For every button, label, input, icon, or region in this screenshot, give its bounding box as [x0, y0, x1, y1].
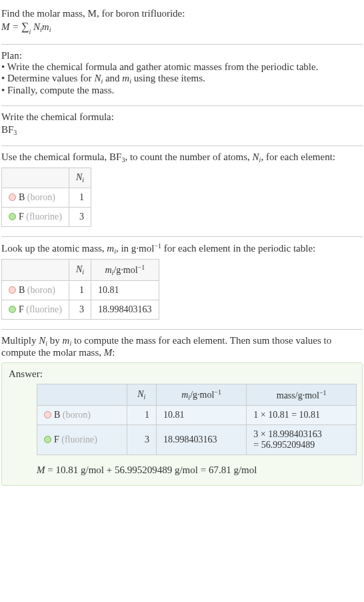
mass-cell: 1 × 10.81 = 10.81	[247, 406, 357, 425]
multiply-text: Multiply Ni by mi to compute the mass fo…	[1, 335, 363, 358]
header-mi: mi/g·mol−1	[91, 260, 159, 281]
elem-cell-boron: B (boron)	[2, 281, 69, 300]
ni-cell: 1	[69, 188, 91, 208]
ca-text-c: , for each element:	[261, 152, 335, 162]
table-row: F (fluorine) 3	[2, 208, 91, 227]
var-mi: mi	[122, 73, 131, 83]
final-M: M	[37, 465, 45, 475]
am-text-sup: −1	[154, 242, 161, 250]
chem-formula-section: Write the chemical formula: BF3	[1, 106, 363, 146]
header-blank	[37, 384, 127, 406]
fluorine-dot-icon	[9, 213, 16, 220]
boron-dot-icon	[9, 286, 16, 294]
final-result: M = 10.81 g/mol + 56.995209489 g/mol = 6…	[37, 465, 355, 476]
count-atoms-table: Ni B (boron) 1 F (fluorine) 3	[1, 168, 91, 227]
mul-b: by	[47, 335, 63, 346]
mass-cell: 3 × 18.998403163 = 56.995209489	[247, 425, 357, 455]
elem-letter: F	[19, 212, 24, 222]
plan-b2-b: and	[103, 73, 122, 83]
elem-name: (fluorine)	[24, 212, 62, 222]
elem-name: (boron)	[25, 285, 55, 295]
count-atoms-text: Use the chemical formula, BF3, to count …	[1, 152, 363, 164]
am-text-a: Look up the atomic mass,	[1, 243, 107, 254]
elem-letter: B	[19, 285, 25, 295]
chem-formula-heading: Write the chemical formula:	[1, 111, 363, 123]
elem-name: (boron)	[25, 192, 55, 202]
mi-cell: 10.81	[156, 406, 246, 425]
sigma-index: i	[29, 24, 31, 35]
count-atoms-section: Use the chemical formula, BF3, to count …	[1, 146, 363, 237]
plan-bullet-2: • Determine values for Ni and mi using t…	[1, 73, 363, 85]
header-mi: mi/g·mol−1	[156, 384, 246, 406]
answer-section: Multiply Ni by mi to compute the mass fo…	[1, 330, 363, 495]
boron-dot-icon	[44, 411, 51, 418]
var-mi-3: mi	[63, 335, 72, 346]
eq-sign: =	[10, 21, 22, 32]
am-text-c: for each element in the periodic table:	[161, 243, 315, 254]
sub-i-2: i	[49, 26, 51, 33]
table-row: B (boron) 1 10.81 1 × 10.81 = 10.81	[37, 406, 357, 425]
var-N: N	[33, 21, 40, 32]
mi-cell: 18.998403163	[91, 300, 159, 320]
plan-b2-c: using these items.	[131, 73, 205, 83]
mul-a: Multiply	[1, 335, 39, 346]
sigma-symbol: ∑	[21, 21, 29, 32]
plan-bullet-3: • Finally, compute the mass.	[1, 85, 363, 96]
chem-formula-sub: 3	[13, 129, 17, 136]
elem-cell-fluorine: F (fluorine)	[37, 425, 127, 455]
var-M-2: M	[104, 347, 113, 358]
final-text: = 10.81 g/mol + 56.995209489 g/mol = 67.…	[45, 465, 257, 475]
mass-line1: 3 × 18.998403163	[253, 429, 349, 440]
plan-section: Plan: • Write the chemical formula and g…	[1, 45, 363, 106]
chem-formula-value: BF3	[1, 124, 363, 136]
boron-dot-icon	[9, 194, 16, 201]
ni-cell: 1	[69, 281, 91, 300]
ni-cell: 3	[69, 208, 91, 227]
var-Ni: Ni	[94, 73, 103, 83]
elem-letter: B	[19, 192, 25, 202]
ni-cell: 1	[127, 406, 156, 425]
plan-bullet-1: • Write the chemical formula and gather …	[1, 61, 363, 73]
ni-cell: 3	[127, 425, 156, 455]
var-M: M	[1, 21, 10, 32]
atomic-mass-table: Ni mi/g·mol−1 B (boron) 1 10.81 F (fluor…	[1, 259, 159, 320]
elem-name: (boron)	[60, 410, 91, 420]
elem-cell-fluorine: F (fluorine)	[2, 208, 69, 227]
var-mi-2: mi	[107, 243, 116, 254]
elem-letter: F	[54, 434, 59, 444]
header-mass: mass/g·mol−1	[247, 384, 357, 406]
table-header-row: Ni mi/g·mol−1 mass/g·mol−1	[37, 384, 357, 406]
mass-line2: = 56.995209489	[253, 440, 349, 450]
header-Ni: Ni	[69, 168, 91, 188]
mi-cell: 10.81	[91, 281, 159, 300]
intro-section: Find the molar mass, M, for boron triflu…	[1, 3, 363, 45]
elem-letter: F	[19, 304, 24, 314]
elem-cell-boron: B (boron)	[37, 406, 127, 425]
fluorine-dot-icon	[44, 436, 51, 443]
table-row: B (boron) 1	[2, 188, 91, 208]
var-Ni-3: Ni	[39, 335, 47, 346]
table-row: F (fluorine) 3 18.998403163	[2, 300, 159, 320]
answer-label: Answer:	[9, 368, 355, 380]
intro-text: Find the molar mass, M, for boron triflu…	[1, 8, 363, 19]
elem-cell-boron: B (boron)	[2, 188, 69, 208]
ca-text-a: Use the chemical formula, BF	[1, 152, 121, 162]
var-Ni-2: Ni	[253, 152, 261, 162]
header-blank	[2, 260, 69, 281]
intro-line1: Find the molar mass, M, for boron triflu…	[1, 8, 185, 19]
plan-b2-a: • Determine values for	[1, 73, 94, 83]
var-m: m	[42, 21, 49, 32]
plan-heading: Plan:	[1, 50, 363, 61]
elem-cell-fluorine: F (fluorine)	[2, 300, 69, 320]
ni-cell: 3	[69, 300, 91, 320]
header-Ni: Ni	[69, 260, 91, 281]
mi-cell: 18.998403163	[156, 425, 246, 455]
mul-d: :	[112, 347, 115, 358]
chem-formula-base: BF	[1, 124, 13, 135]
molar-mass-formula: M = ∑i Nimi	[1, 21, 363, 35]
atomic-mass-text: Look up the atomic mass, mi, in g·mol−1 …	[1, 242, 363, 255]
header-blank	[2, 168, 69, 188]
table-header-row: Ni mi/g·mol−1	[2, 260, 159, 281]
ca-text-b: , to count the number of atoms,	[125, 152, 252, 162]
header-Ni: Ni	[127, 384, 156, 406]
